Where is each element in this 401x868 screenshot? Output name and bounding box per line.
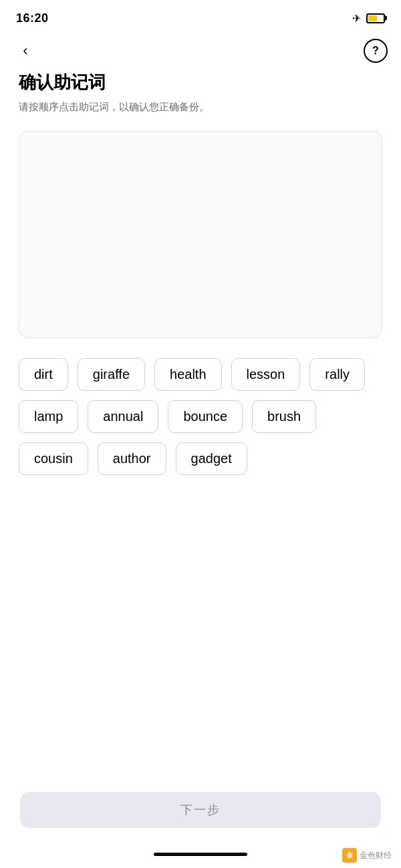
airplane-icon: ✈ (352, 12, 361, 25)
word-chip-annual[interactable]: annual (88, 400, 158, 433)
watermark: 金 金色财经 (342, 848, 392, 863)
nav-bar: ‹ ? (0, 33, 401, 71)
home-indicator (154, 853, 247, 856)
watermark-logo-text: 金 (346, 851, 353, 860)
word-chip-lesson[interactable]: lesson (231, 358, 301, 391)
word-chip-giraffe[interactable]: giraffe (78, 358, 145, 391)
word-grid: dirtgiraffehealthlessonrallylampannualbo… (19, 358, 382, 482)
page-content: 确认助记词 请按顺序点击助记词，以确认您正确备份。 dirtgiraffehea… (0, 71, 401, 482)
back-button[interactable]: ‹ (13, 39, 37, 63)
status-icons: ✈ (352, 12, 385, 25)
next-button[interactable]: 下一步 (20, 792, 381, 828)
watermark-logo: 金 (342, 848, 357, 863)
watermark-text: 金色财经 (360, 850, 392, 861)
status-bar: 16:20 ✈ (0, 0, 401, 33)
word-chip-brush[interactable]: brush (252, 400, 316, 433)
back-chevron-icon: ‹ (23, 42, 27, 59)
word-chip-bounce[interactable]: bounce (168, 400, 243, 433)
status-time: 16:20 (16, 11, 49, 25)
word-chip-author[interactable]: author (98, 442, 166, 475)
word-chip-lamp[interactable]: lamp (19, 400, 78, 433)
battery-fill (368, 15, 377, 21)
mnemonic-input-area (19, 131, 382, 338)
word-chip-rally[interactable]: rally (309, 358, 365, 391)
page-subtitle: 请按顺序点击助记词，以确认您正确备份。 (19, 100, 382, 115)
word-chip-cousin[interactable]: cousin (19, 442, 88, 475)
help-button[interactable]: ? (364, 39, 388, 63)
word-chip-dirt[interactable]: dirt (19, 358, 68, 391)
word-chip-health[interactable]: health (154, 358, 222, 391)
page-title: 确认助记词 (19, 71, 382, 94)
battery-icon (366, 13, 385, 23)
help-icon: ? (372, 45, 379, 57)
word-chip-gadget[interactable]: gadget (176, 442, 247, 475)
